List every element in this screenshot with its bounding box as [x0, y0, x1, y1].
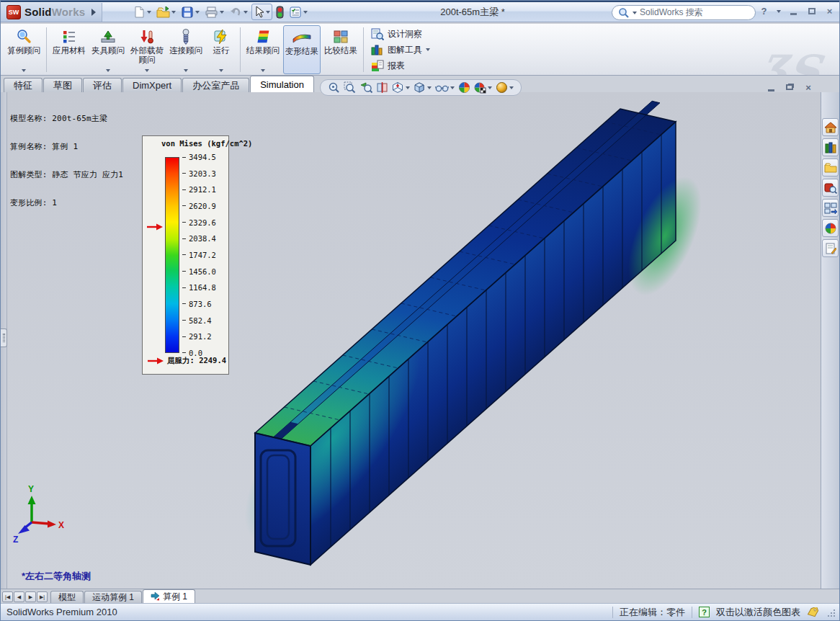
connections-advisor-icon [177, 27, 195, 46]
section-view-button[interactable] [376, 81, 388, 94]
options-button[interactable] [287, 4, 309, 20]
app-menu[interactable]: SW SolidWorks [1, 3, 102, 22]
view-orientation-button[interactable] [392, 81, 410, 94]
select-tool-button[interactable] [251, 4, 272, 20]
help-button[interactable]: ? [759, 6, 769, 17]
tab-study-1[interactable]: 算例 1 [143, 589, 195, 603]
hide-show-items-button[interactable] [435, 82, 455, 93]
dropdown-caret-icon[interactable] [220, 11, 224, 14]
ribbon-button-results-advisor[interactable]: 结果顾问 [244, 25, 282, 74]
edit-appearance-button[interactable] [458, 81, 470, 94]
tab-model[interactable]: 模型 [50, 591, 84, 603]
open-button[interactable] [155, 4, 177, 20]
next-tab-button[interactable]: ▶ [25, 591, 36, 602]
dropdown-caret-icon[interactable] [171, 11, 176, 14]
tag-icon[interactable] [807, 607, 820, 617]
zoom-to-area-button[interactable] [344, 81, 356, 94]
ribbon-button-fixtures-advisor[interactable]: 夹具顾问 [89, 25, 127, 74]
status-separator [612, 607, 613, 618]
minimize-button[interactable] [788, 6, 799, 17]
task-pane-file-explorer-button[interactable] [822, 158, 839, 177]
undo-button[interactable] [228, 4, 249, 20]
ribbon-button-report[interactable]: 报表 [370, 58, 430, 73]
dropdown-caret-icon[interactable] [106, 69, 110, 72]
search-input[interactable]: SolidWorks 搜索 [612, 5, 756, 20]
apply-scene-button[interactable] [474, 81, 492, 94]
menu-expand-icon[interactable] [91, 9, 96, 16]
ribbon-button-external-loads-advisor[interactable]: 外部载荷顾问 [128, 25, 166, 74]
task-pane-design-library-button[interactable] [822, 138, 839, 156]
dropdown-caret-icon[interactable] [261, 69, 265, 72]
dropdown-caret-icon[interactable] [145, 69, 149, 72]
z-axis-label: Z [13, 535, 18, 545]
task-pane-resources-button[interactable] [822, 118, 839, 136]
tab-dimxpert[interactable]: DimXpert [122, 78, 182, 92]
dropdown-caret-icon[interactable] [303, 11, 308, 14]
previous-view-button[interactable] [359, 81, 372, 94]
beam-model[interactable] [7, 92, 821, 589]
dropdown-caret-icon[interactable] [266, 11, 270, 14]
dropdown-caret-icon[interactable] [243, 11, 248, 14]
dropdown-caret-icon[interactable] [147, 11, 151, 14]
stress-legend[interactable]: von Mises (kgf/cm^2) 3494.5 3203.3 2912.… [142, 135, 229, 375]
graphics-area[interactable]: 模型名称: 200t-65m主梁 算例名称: 算例 1 图解类型: 静态 节应力… [7, 92, 821, 589]
ribbon-separator [46, 27, 47, 72]
glasses-icon [435, 82, 449, 93]
close-button[interactable]: × [824, 6, 835, 17]
panel-splitter-handle[interactable] [1, 329, 7, 347]
ribbon-button-connections-advisor[interactable]: 连接顾问 [167, 25, 205, 74]
task-pane-appearances-button[interactable] [822, 219, 839, 237]
external-loads-icon [138, 27, 156, 46]
annotation-view-label: *左右二等角轴测 [22, 570, 91, 583]
save-button[interactable] [179, 4, 201, 20]
tab-sketch[interactable]: 草图 [43, 78, 82, 92]
status-help-icon[interactable]: ? [699, 607, 710, 617]
dropdown-caret-icon[interactable] [509, 86, 514, 89]
doc-restore-button[interactable] [785, 82, 795, 92]
ribbon-button-plot-tools[interactable]: 图解工具 [370, 43, 430, 57]
doc-close-button[interactable]: × [803, 82, 813, 92]
dropdown-caret-icon[interactable] [195, 11, 200, 14]
doc-minimize-button[interactable] [766, 82, 776, 92]
dropdown-caret-icon[interactable] [488, 86, 492, 89]
last-tab-button[interactable]: ▶| [37, 591, 48, 602]
zoom-to-fit-button[interactable] [328, 81, 340, 94]
help-caret-icon[interactable] [777, 10, 781, 13]
dropdown-caret-icon[interactable] [427, 86, 432, 89]
view-palette-icon [824, 202, 837, 214]
prev-tab-button[interactable]: ◀ [14, 591, 24, 602]
task-pane-view-palette-button[interactable] [822, 199, 839, 217]
print-button[interactable] [203, 4, 225, 20]
ribbon-button-study-advisor[interactable]: 算例顾问 [5, 25, 43, 74]
first-tab-button[interactable]: |◀ [2, 591, 13, 602]
dropdown-caret-icon[interactable] [426, 48, 430, 51]
select-cursor-icon [254, 6, 264, 18]
home-icon [824, 122, 837, 133]
ribbon-button-design-insight[interactable]: 设计洞察 [370, 27, 430, 41]
dropdown-caret-icon[interactable] [450, 86, 455, 89]
search-scope-caret-icon[interactable] [633, 12, 637, 14]
tab-motion-study-1[interactable]: 运动算例 1 [84, 591, 142, 603]
ribbon-button-apply-material[interactable]: 应用材料 [50, 25, 88, 74]
dropdown-caret-icon[interactable] [219, 69, 223, 72]
display-style-button[interactable] [414, 81, 432, 94]
ribbon-label: 报表 [388, 60, 405, 72]
y-axis-label: Y [28, 484, 34, 494]
dropdown-caret-icon[interactable] [184, 69, 188, 72]
ribbon-button-compare-results[interactable]: 比较结果 [322, 25, 359, 74]
ribbon-button-run[interactable]: 运行 [206, 25, 236, 74]
task-pane-search-button[interactable] [822, 179, 839, 197]
resize-grip[interactable] [826, 608, 835, 617]
tab-simulation[interactable]: Simulation [250, 76, 314, 92]
maximize-button[interactable] [806, 6, 817, 17]
view-settings-button[interactable] [496, 81, 514, 94]
tab-features[interactable]: 特征 [4, 78, 43, 92]
new-document-button[interactable] [131, 4, 153, 20]
ribbon-button-deformed-result[interactable]: 变形结果 [283, 25, 321, 74]
dropdown-caret-icon[interactable] [406, 86, 410, 89]
tab-office-products[interactable]: 办公室产品 [182, 78, 249, 92]
dropdown-caret-icon[interactable] [22, 69, 26, 72]
interference-check-button[interactable] [274, 4, 285, 20]
tab-evaluate[interactable]: 评估 [83, 78, 122, 92]
task-pane-custom-properties-button[interactable] [822, 239, 839, 257]
